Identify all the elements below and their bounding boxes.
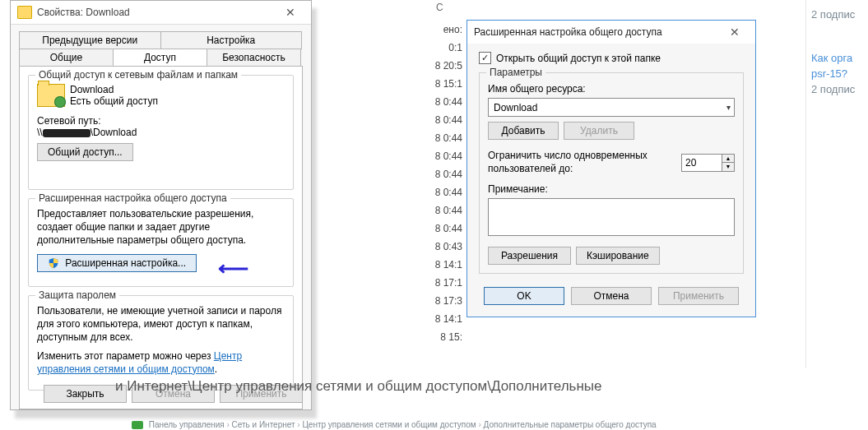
folder-name: Download bbox=[70, 84, 158, 95]
annotation-arrow: ⟵ bbox=[218, 256, 248, 281]
password-protection-hint: Изменить этот параметр можно через Центр… bbox=[37, 349, 285, 376]
permissions-button[interactable]: Разрешения bbox=[488, 247, 571, 265]
breadcrumbs: Панель управления Сеть и Интернет Центр … bbox=[132, 420, 657, 429]
tab-general[interactable]: Общие bbox=[19, 49, 114, 67]
crumb-4[interactable]: Дополнительные параметры общего доступа bbox=[484, 420, 657, 429]
question-link-2[interactable]: psr-15? bbox=[806, 66, 868, 81]
question-link-1[interactable]: Как орга bbox=[806, 50, 868, 66]
allow-check-3: ✓ bbox=[350, 227, 360, 240]
limit-users-label: Ограничить число одновременных пользоват… bbox=[488, 150, 652, 175]
footer-path: и Интернет\Центр управления сетями и общ… bbox=[115, 378, 860, 395]
limit-users-spinner[interactable]: ▲ ▼ bbox=[681, 154, 735, 172]
crumb-1[interactable]: Панель управления bbox=[149, 420, 225, 429]
allow-check-1: ✓ bbox=[350, 197, 360, 210]
cutoff-header-text: С bbox=[436, 2, 443, 13]
breadcrumb-home-icon bbox=[132, 421, 143, 429]
folder-icon bbox=[17, 6, 32, 19]
advanced-sharing-desc: Предоставляет пользовательские разрешени… bbox=[37, 207, 285, 247]
password-protection-desc: Пользователи, не имеющие учетной записи … bbox=[37, 304, 285, 344]
properties-dialog: Свойства: Download ✕ Предыдущие версии Н… bbox=[10, 0, 312, 410]
chevron-down-icon: ▾ bbox=[726, 103, 731, 112]
col-allow: Разрешить bbox=[306, 150, 356, 161]
network-path-label: Сетевой путь: bbox=[37, 115, 285, 127]
titlebar[interactable]: Расширенная настройка общего доступа ✕ bbox=[467, 21, 755, 44]
advanced-sharing-button[interactable]: Расширенная настройка... bbox=[37, 254, 197, 272]
subscribers-count: 2 подпис bbox=[806, 7, 868, 22]
close-icon[interactable]: ✕ bbox=[717, 21, 752, 44]
parameters-group-title: Параметры bbox=[486, 67, 545, 78]
note-label: Примечание: bbox=[488, 183, 735, 195]
share-folder-label: Открыть общий доступ к этой папке bbox=[496, 53, 661, 64]
remove-share-button[interactable]: Удалить bbox=[564, 122, 634, 140]
limit-users-input[interactable] bbox=[682, 155, 722, 171]
caching-button[interactable]: Кэширование bbox=[576, 247, 660, 265]
sharing-status: Есть общий доступ bbox=[70, 95, 158, 107]
advanced-sharing-button-label: Расширенная настройка... bbox=[65, 257, 186, 269]
shield-icon bbox=[48, 257, 59, 269]
titlebar[interactable]: Свойства: Download ✕ bbox=[11, 1, 311, 25]
col-deny2: Запретить bbox=[364, 150, 411, 161]
share-folder-checkbox[interactable]: ✓ bbox=[479, 52, 491, 64]
redacted-host bbox=[43, 129, 91, 137]
spinner-up-icon[interactable]: ▲ bbox=[722, 155, 734, 164]
net-sharing-group-title: Общий доступ к сетевым файлам и папкам bbox=[35, 69, 241, 81]
sidebar-partial: 2 подпис Как орга psr-15? 2 подпис bbox=[805, 0, 868, 368]
share-name-label: Имя общего ресурса: bbox=[488, 83, 735, 95]
share-button[interactable]: Общий доступ... bbox=[37, 143, 133, 161]
timestamp-column: ено:0:1 8 20:58 15:1 8 0:448 0:44 8 0:44… bbox=[428, 21, 462, 346]
advanced-sharing-group-title: Расширенная настройка общего доступа bbox=[35, 192, 230, 204]
tab-security[interactable]: Безопасность bbox=[207, 49, 301, 67]
note-textarea[interactable] bbox=[488, 198, 735, 236]
share-name-select[interactable]: Download ▾ bbox=[488, 98, 735, 117]
share-name-value: Download bbox=[494, 102, 537, 113]
network-path: \\\Download bbox=[37, 127, 285, 138]
tab-previous-versions[interactable]: Предыдущие версии bbox=[19, 31, 161, 49]
crumb-3[interactable]: Центр управления сетями и общим доступом bbox=[302, 420, 476, 429]
subscribers-count-2: 2 подпис bbox=[806, 81, 868, 97]
close-button[interactable]: Закрыть bbox=[44, 385, 127, 403]
tab-sharing[interactable]: Доступ bbox=[113, 49, 207, 67]
crumb-2[interactable]: Сеть и Интернет bbox=[232, 420, 295, 429]
dialog-title: Расширенная настройка общего доступа bbox=[474, 26, 717, 38]
shared-folder-icon bbox=[37, 84, 65, 107]
tab-customize[interactable]: Настройка bbox=[160, 31, 303, 49]
add-share-button[interactable]: Добавить bbox=[488, 122, 559, 140]
apply-button[interactable]: Применить bbox=[658, 287, 739, 305]
spinner-down-icon[interactable]: ▼ bbox=[722, 163, 734, 171]
ok-button[interactable]: OK bbox=[484, 287, 564, 305]
allow-check-2: ✓ bbox=[350, 212, 360, 225]
password-protection-group-title: Защита паролем bbox=[35, 289, 119, 301]
dialog-title: Свойства: Download bbox=[37, 7, 273, 18]
advanced-sharing-dialog: Расширенная настройка общего доступа ✕ ✓… bbox=[466, 20, 756, 317]
cancel-button[interactable]: Отмена bbox=[571, 287, 652, 305]
close-icon[interactable]: ✕ bbox=[273, 1, 308, 24]
